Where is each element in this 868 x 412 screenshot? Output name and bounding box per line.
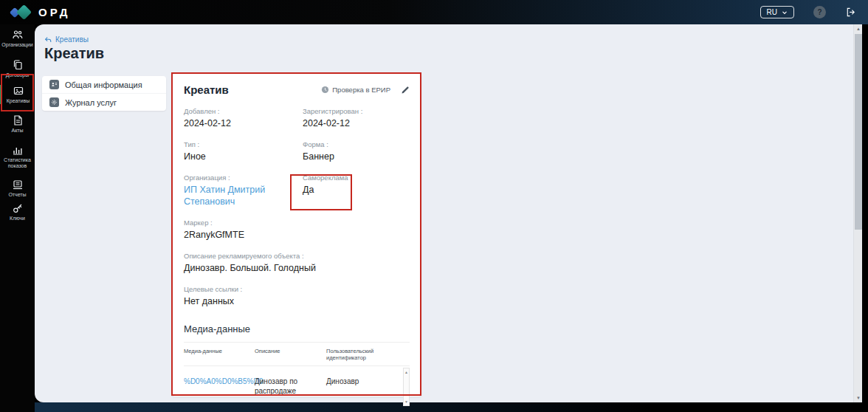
sidebar-item-label: Ключи — [0, 216, 35, 222]
scrollbar-down-icon[interactable]: ▼ — [854, 394, 863, 402]
breadcrumb-creatives-link[interactable]: Креативы — [44, 35, 89, 44]
logo-diamonds-icon — [10, 4, 32, 21]
topbar: ОРД RU ? — [0, 0, 868, 24]
menu-item-service-log[interactable]: Журнал услуг — [42, 93, 166, 111]
help-button[interactable]: ? — [813, 6, 826, 18]
organization-link[interactable]: ИП Хатин Дмитрий Степанович — [184, 184, 280, 207]
sidebar-item-label: Креативы — [1, 98, 35, 104]
breadcrumb-label: Креативы — [55, 35, 89, 44]
media-description-cell: Динозавр по распродаже — [255, 377, 326, 396]
edit-button[interactable] — [401, 86, 410, 95]
sidebar-item-label: Акты — [0, 128, 35, 134]
statistics-icon — [12, 144, 24, 156]
sidebar-item-label: Договоры — [0, 72, 35, 78]
field-self-promotion: Самореклама : Да — [303, 174, 410, 207]
language-select[interactable]: RU — [760, 6, 794, 18]
field-marker: Маркер : 2RanykGfMTE — [184, 219, 410, 241]
language-value: RU — [767, 8, 777, 16]
pencil-icon — [401, 86, 410, 95]
sidebar-item-keys[interactable]: Ключи — [0, 202, 35, 222]
reports-icon — [12, 179, 24, 190]
logout-icon — [845, 7, 856, 18]
media-file-link[interactable]: %D0%A0%D0%B5%D0 — [184, 377, 263, 385]
scroll-up-icon[interactable]: ▲ — [404, 370, 408, 374]
table-row: %D0%A0%D0%B5%D0 Динозавр по распродаже Д… — [184, 366, 410, 408]
scroll-down-icon[interactable]: ▼ — [404, 399, 408, 404]
field-form: Форма : Баннер — [303, 140, 410, 162]
scrollbar-thumb[interactable] — [855, 34, 862, 230]
creative-detail-card: Креатив Проверка в ЕРИР — [172, 74, 421, 396]
section-menu: Общая информация Журнал услуг — [42, 76, 166, 111]
media-table-header: Медиа-данные — [184, 348, 255, 361]
contracts-icon — [12, 59, 24, 71]
sidebar-item-label: Отчеты — [0, 192, 35, 198]
page-title: Креатив — [44, 45, 104, 62]
erir-check-label: Проверка в ЕРИР — [332, 86, 390, 94]
sidebar-item-contracts[interactable]: Договоры — [0, 59, 35, 78]
sidebar-item-organizations[interactable]: Организации — [0, 29, 35, 48]
content-area: Креативы Креатив Общая информация Журнал… — [35, 24, 862, 402]
erir-check-button[interactable]: Проверка в ЕРИР — [321, 86, 390, 94]
service-log-gear-icon — [49, 97, 59, 107]
logo-text: ОРД — [38, 6, 70, 18]
field-organization: Организация : ИП Хатин Дмитрий Степанови… — [184, 174, 291, 207]
creatives-icon — [13, 85, 24, 97]
general-info-icon — [49, 80, 59, 89]
organizations-icon — [12, 29, 24, 41]
card-title: Креатив — [184, 83, 229, 96]
menu-item-label: Общая информация — [65, 80, 142, 89]
clock-icon — [321, 86, 329, 94]
help-glyph: ? — [817, 8, 822, 16]
menu-item-general-info[interactable]: Общая информация — [42, 76, 166, 93]
scrollbar-up-icon[interactable]: ▲ — [854, 24, 863, 33]
logout-button[interactable] — [845, 7, 856, 18]
menu-item-label: Журнал услуг — [65, 98, 117, 107]
field-target-links: Целевые ссылки : Нет данных — [184, 285, 410, 307]
media-table: Медиа-данные Описание Пользовательский и… — [184, 342, 410, 408]
sidebar: Организации Договоры Креативы Акты Стати… — [0, 24, 35, 412]
acts-icon — [12, 114, 24, 126]
field-description: Описание рекламируемого объекта : Диноза… — [184, 252, 410, 274]
sidebar-item-label: Организации — [0, 42, 35, 48]
app-logo: ОРД — [0, 4, 70, 21]
page-scrollbar[interactable]: ▲ ▼ — [853, 24, 862, 402]
keys-icon — [12, 202, 24, 214]
media-section-title: Медиа-данные — [172, 323, 421, 334]
table-scrollbar[interactable]: ▲ ▼ — [403, 368, 410, 406]
sidebar-item-label: Статистика показов — [0, 157, 35, 169]
sidebar-item-creatives[interactable]: Креативы — [0, 85, 35, 104]
sidebar-item-reports[interactable]: Отчеты — [0, 179, 35, 198]
media-table-header: Описание — [255, 348, 326, 361]
back-arrow-icon — [44, 36, 52, 44]
sidebar-item-statistics[interactable]: Статистика показов — [0, 144, 35, 169]
sidebar-item-acts[interactable]: Акты — [0, 114, 35, 134]
field-type: Тип : Иное — [184, 140, 291, 162]
media-user-id-cell: Динозавр — [326, 377, 410, 396]
bottom-frame-bar — [0, 402, 868, 412]
chevron-down-icon — [782, 10, 788, 16]
field-registered: Зарегистрирован : 2024-02-12 — [303, 107, 410, 129]
field-added: Добавлен : 2024-02-12 — [184, 107, 291, 129]
media-table-header: Пользовательский идентификатор — [326, 348, 410, 361]
